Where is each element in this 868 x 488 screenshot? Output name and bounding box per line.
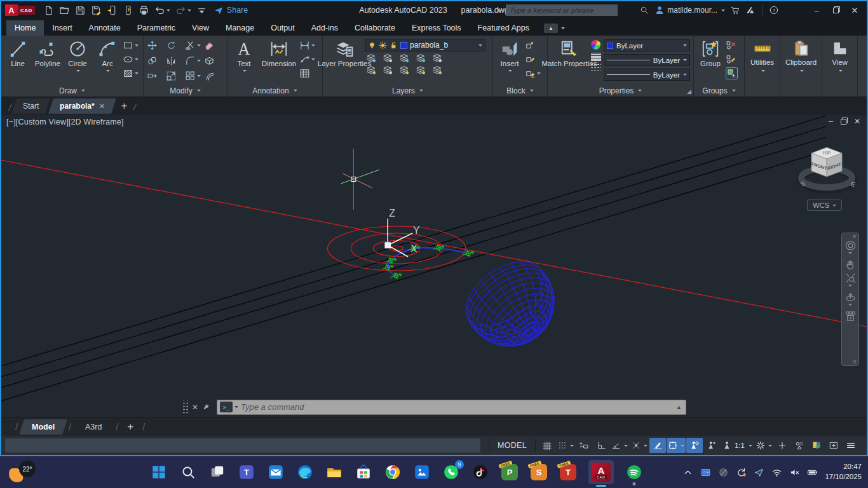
app-p[interactable]: PFREE <box>501 463 519 481</box>
tab-parabola[interactable]: parabola*✕ <box>48 98 116 114</box>
battery-icon[interactable] <box>807 467 818 478</box>
file-explorer-app[interactable] <box>325 463 343 481</box>
explode-tool[interactable] <box>203 55 222 67</box>
model-space-button[interactable]: MODEL <box>492 441 532 450</box>
layer-previous-button[interactable] <box>383 65 393 76</box>
layer-isolate-button[interactable] <box>383 53 393 64</box>
chrome-app[interactable] <box>384 463 402 481</box>
edit-block-tool[interactable] <box>525 53 541 65</box>
group-edit-tool[interactable] <box>726 53 738 65</box>
linear-dimension-tool[interactable] <box>299 39 315 51</box>
taskbar-search-button[interactable] <box>179 463 197 481</box>
rotate-tool[interactable] <box>165 39 184 51</box>
polar-tracking-toggle[interactable] <box>610 438 629 453</box>
save-button[interactable] <box>73 3 88 17</box>
ribbon-tab-output[interactable]: Output <box>262 20 303 36</box>
layer-freeze-button[interactable] <box>399 53 410 64</box>
panel-annotation-label[interactable]: Annotation <box>227 85 322 97</box>
move-tool[interactable] <box>146 39 165 51</box>
ribbon-tab-add-ins[interactable]: Add-ins <box>303 20 346 36</box>
ungroup-tool[interactable] <box>726 39 738 51</box>
volume-muted-icon[interactable] <box>789 467 800 478</box>
layer-make-current-button[interactable] <box>432 53 443 64</box>
ribbon-tab-parametric[interactable]: Parametric <box>129 20 184 36</box>
dynamic-input-toggle[interactable] <box>576 438 592 453</box>
panel-draw-label[interactable]: Draw <box>1 85 143 97</box>
annotation-scale-button[interactable]: 1:1 <box>721 438 754 453</box>
ribbon-display-toggle[interactable]: ▲ <box>544 24 565 33</box>
erase-tool[interactable] <box>203 39 222 51</box>
ribbon-tab-insert[interactable]: Insert <box>44 20 80 36</box>
customize-plus-button[interactable] <box>774 438 790 453</box>
object-snap-toggle[interactable] <box>667 438 686 453</box>
arc-button[interactable]: Arc <box>93 37 122 74</box>
ribbon-tab-view[interactable]: View <box>184 20 217 36</box>
wcs-dropdown[interactable]: WCS <box>807 200 842 211</box>
lineweight-dropdown[interactable]: ByLayer <box>604 54 690 66</box>
tab-model[interactable]: Model <box>19 419 67 435</box>
navbar-menu-icon[interactable]: ⊖ <box>852 359 857 365</box>
account-button[interactable]: matilde.mour... <box>654 5 725 15</box>
block-attributes-tool[interactable] <box>525 67 541 79</box>
command-prompt-icon[interactable]: >_ <box>220 402 233 412</box>
panel-utilities[interactable]: Utilities <box>745 36 780 97</box>
panel-properties-label[interactable]: Properties <box>548 85 693 97</box>
ribbon-tab-featured-apps[interactable]: Featured Apps <box>470 20 538 36</box>
start-button[interactable] <box>150 463 168 481</box>
help-search-input[interactable] <box>506 4 618 16</box>
tiktok-app[interactable] <box>471 463 489 481</box>
new-drawing-tab-button[interactable]: + <box>116 98 132 114</box>
search-icon[interactable] <box>639 5 649 15</box>
tray-update-icon[interactable] <box>736 467 747 478</box>
command-history-arrow[interactable]: ▲ <box>676 404 682 410</box>
text-button[interactable]: AText <box>229 37 259 74</box>
annotation-autoscale-toggle[interactable] <box>703 438 720 453</box>
command-drag-handle[interactable] <box>182 400 188 414</box>
drawing-canvas[interactable]: Z Y X <box>1 114 867 417</box>
app-store-cart-icon[interactable] <box>730 5 740 15</box>
layer-unlock-button[interactable] <box>416 65 426 76</box>
ribbon-tab-annotate[interactable]: Annotate <box>81 20 129 36</box>
scale-tool[interactable] <box>165 70 184 82</box>
rectangle-tool[interactable] <box>123 39 139 51</box>
array-tool[interactable] <box>184 70 203 82</box>
wifi-icon[interactable] <box>771 467 782 478</box>
layer-merge-button[interactable] <box>432 65 443 76</box>
annotation-monitor-toggle[interactable] <box>791 438 808 453</box>
group-selection-toggle[interactable] <box>726 67 738 79</box>
copy-tool[interactable] <box>146 55 165 67</box>
orbit-button[interactable] <box>844 291 857 309</box>
help-icon[interactable]: ? <box>769 5 779 15</box>
pan-button[interactable] <box>844 259 857 271</box>
layer-on-all-button[interactable] <box>399 65 410 76</box>
polyline-button[interactable]: Polyline <box>33 37 62 68</box>
layer-properties-button[interactable]: Layer Properties <box>325 37 364 68</box>
close-button[interactable]: ✕ <box>845 2 864 18</box>
line-button[interactable]: Line <box>3 37 32 68</box>
command-input[interactable] <box>241 402 676 412</box>
recent-commands-arrow[interactable] <box>234 406 238 410</box>
tab-close-icon[interactable]: ✕ <box>98 102 104 111</box>
taskbar-clock[interactable]: 20:47 17/10/2025 <box>825 462 862 482</box>
tray-paused-icon[interactable] <box>718 467 729 478</box>
search-expand-icon[interactable]: ▶ <box>498 7 502 13</box>
graphics-performance-toggle[interactable] <box>808 438 825 453</box>
layer-dropdown[interactable]: parabola_b <box>365 39 485 51</box>
grid-toggle[interactable] <box>539 438 555 453</box>
spotify-app[interactable] <box>625 463 643 481</box>
panel-clipboard[interactable]: Clipboard <box>780 36 822 97</box>
ellipse-tool[interactable] <box>123 53 139 65</box>
command-close-icon[interactable]: ✕ <box>192 403 198 412</box>
object-snap-tracking-toggle[interactable] <box>630 438 649 453</box>
lineweight-toggle[interactable] <box>649 438 666 453</box>
viewport-close-icon[interactable]: ✕ <box>854 117 860 126</box>
ortho-toggle[interactable] <box>593 438 609 453</box>
ribbon-tab-manage[interactable]: Manage <box>217 20 262 36</box>
offset-tool[interactable] <box>203 70 222 82</box>
match-properties-button[interactable]: Match Properties <box>550 37 589 68</box>
autocad-app[interactable]: ACAD <box>588 460 614 484</box>
panel-modify-label[interactable]: Modify <box>144 85 227 97</box>
viewport-controls-label[interactable]: [−][Custom View][2D Wireframe] <box>6 118 124 126</box>
app-t[interactable]: TFREE <box>559 463 577 481</box>
tray-input-indicator[interactable]: CCB <box>700 467 711 478</box>
